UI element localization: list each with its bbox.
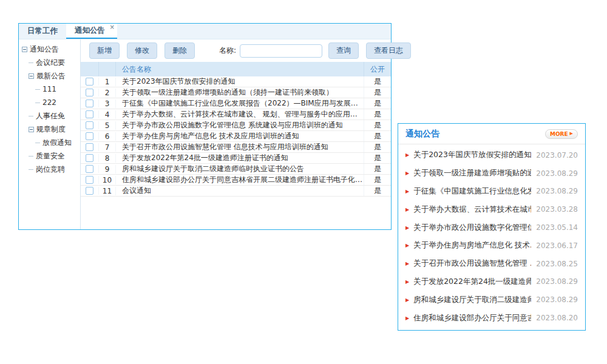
notice-list-item[interactable]: ▶ 关于发放2022年第24批一级建造师... 2023.08.29 [405, 273, 578, 291]
table-row[interactable]: 9 房和城乡建设厅关于取消二级建造师临时执业证书的公告 是 [81, 164, 391, 175]
header-name-cell: 公告名称 [116, 62, 364, 76]
bullet-icon: ▶ [405, 225, 409, 231]
row-checkbox[interactable] [86, 78, 93, 86]
notice-item-date: 2023.05.14 [536, 223, 578, 232]
tree-toggle-icon[interactable] [29, 127, 34, 132]
row-index: 4 [105, 110, 110, 119]
table-row[interactable]: 1 关于2023年国庆节放假安排的通知 是 [81, 76, 391, 87]
announcement-name: 于征集《中国建筑施工行业信息化发展报告（2022）—BIM应用与发展》材料的函 [122, 98, 364, 109]
row-index-cell: 2 [99, 89, 116, 97]
row-checkbox-cell [81, 99, 99, 107]
row-checkbox[interactable] [86, 121, 93, 129]
tree-item[interactable]: 规章制度 [19, 123, 80, 136]
row-checkbox[interactable] [86, 99, 93, 107]
table-row[interactable]: 8 关于发放2022年第24批一级建造师注册证书的通知 是 [81, 153, 391, 164]
tree-item[interactable]: 放假通知 [19, 136, 80, 149]
tree-toggle-icon[interactable] [29, 156, 33, 157]
table-row[interactable]: 10 住房和城乡建设部办公厅关于同意吉林省开展二级建造师注册证书电子化试点的..… [81, 175, 391, 186]
notice-list-item[interactable]: ▶ 关于召开市政公用设施智慧化管理 ... 2023.08.25 [405, 255, 578, 273]
page-canvas: 日常工作 通知公告 × 通知公告 会议纪要 最新公告 111 222 人事任免 [0, 0, 607, 364]
row-checkbox[interactable] [86, 165, 93, 173]
tab-daily-work[interactable]: 日常工作 [19, 24, 66, 39]
notice-list-item[interactable]: ▶ 关于领取一级注册建造师增项贴的通... 2023.08.29 [405, 164, 578, 183]
close-icon[interactable]: × [110, 24, 115, 30]
notice-widget-header: 通知公告 MORE ▶ [398, 124, 585, 144]
row-checkbox[interactable] [86, 89, 93, 96]
tab-notices-label: 通知公告 [75, 25, 105, 36]
tree-toggle-icon[interactable] [29, 73, 34, 79]
notice-list-item[interactable]: ▶ 关于举办大数据、云计算技术在城市... 2023.03.28 [405, 200, 578, 218]
tree-item[interactable]: 最新公告 [19, 69, 80, 83]
row-checkbox[interactable] [86, 154, 93, 162]
row-public-cell: 是 [364, 87, 391, 98]
notice-item-date: 2023.08.29 [536, 295, 578, 304]
tree-item[interactable]: 会议纪要 [19, 56, 80, 69]
row-public-cell: 是 [364, 76, 391, 87]
row-checkbox[interactable] [86, 143, 93, 151]
row-index-cell: 5 [99, 121, 116, 130]
edit-button[interactable]: 修改 [127, 42, 157, 59]
notice-item-date: 2023.07.20 [536, 151, 578, 160]
notice-item-title: 关于领取一级注册建造师增项贴的通... [413, 168, 531, 178]
notice-list-item[interactable]: ▶ 关于2023年国庆节放假安排的通知 2023.07.20 [405, 146, 578, 164]
announcement-name: 关于召开市政公用设施智慧化管理 信息技术与应用培训班的通知 [122, 142, 328, 152]
tab-notices[interactable]: 通知公告 × [66, 24, 117, 39]
delete-button[interactable]: 删除 [164, 42, 195, 59]
notice-list-item[interactable]: ▶ 于征集《中国建筑施工行业信息化发... 2023.08.29 [405, 183, 578, 201]
table-row[interactable]: 11 会议通知 是 [81, 186, 391, 197]
tree-toggle-icon[interactable] [35, 103, 40, 103]
tree-item[interactable]: 岗位竞聘 [19, 163, 80, 176]
notice-widget-title: 通知公告 [405, 129, 439, 140]
add-button[interactable]: 新增 [89, 42, 120, 59]
notice-list-item[interactable]: ▶ 住房和城乡建设部办公厅关于同意吉... 2023.08.20 [405, 309, 578, 327]
public-flag: 是 [374, 87, 381, 98]
tree-item[interactable]: 质量安全 [19, 149, 80, 163]
notice-list-item[interactable]: ▶ 房和城乡建设厅关于取消二级建造师... 2023.08.29 [405, 291, 578, 309]
public-flag: 是 [374, 98, 381, 109]
query-button[interactable]: 查询 [328, 42, 359, 59]
table-row[interactable]: 6 关于举办住房与房地产信息化 技术及应用培训班的通知 是 [81, 131, 391, 142]
row-name-cell: 于征集《中国建筑施工行业信息化发展报告（2022）—BIM应用与发展》材料的函 [116, 98, 364, 109]
tree-item-label: 通知公告 [30, 44, 59, 55]
row-name-cell: 关于领取一级注册建造师增项贴的通知（须持一建证书前来领取） [116, 87, 364, 98]
table-row[interactable]: 7 关于召开市政公用设施智慧化管理 信息技术与应用培训班的通知 是 [81, 142, 391, 153]
tree-toggle-icon[interactable] [22, 47, 27, 52]
header-checkbox-cell [81, 62, 99, 76]
table-row[interactable]: 2 关于领取一级注册建造师增项贴的通知（须持一建证书前来领取） 是 [81, 87, 391, 98]
row-checkbox-cell [81, 187, 99, 195]
public-flag: 是 [374, 120, 381, 130]
table-row[interactable]: 4 关于举办大数据、云计算技术在城市建设、 规划、管理与服务中的应用培训班的..… [81, 109, 391, 120]
row-checkbox[interactable] [86, 176, 93, 184]
notice-list-item[interactable]: ▶ 关于举办市政公用设施数字化管理信... 2023.05.14 [405, 218, 578, 237]
header-public-label: 公开 [370, 64, 385, 75]
bullet-icon: ▶ [405, 152, 409, 158]
tree-toggle-icon[interactable] [29, 169, 33, 170]
notice-list-item[interactable]: ▶ 关于举办住房与房地产信息化 技术... 2023.06.17 [405, 237, 578, 255]
tree-item[interactable]: 222 [19, 96, 80, 109]
row-checkbox[interactable] [86, 187, 93, 195]
public-flag: 是 [374, 153, 381, 163]
view-log-button[interactable]: 查看日志 [366, 42, 411, 59]
tree-toggle-icon[interactable] [29, 62, 33, 63]
tree-toggle-icon[interactable] [35, 89, 40, 90]
row-checkbox[interactable] [86, 110, 93, 118]
row-checkbox-cell [81, 89, 99, 96]
table-row[interactable]: 3 于征集《中国建筑施工行业信息化发展报告（2022）—BIM应用与发展》材料的… [81, 98, 391, 109]
row-checkbox[interactable] [86, 132, 93, 140]
tree-item[interactable]: 人事任免 [19, 109, 80, 123]
tree-item[interactable]: 通知公告 [19, 42, 80, 56]
tree-toggle-icon[interactable] [29, 116, 33, 116]
tab-daily-work-label: 日常工作 [27, 26, 58, 36]
public-flag: 是 [374, 142, 381, 152]
row-public-cell: 是 [364, 131, 391, 141]
row-name-cell: 关于2023年国庆节放假安排的通知 [116, 76, 364, 87]
row-name-cell: 房和城乡建设厅关于取消二级建造师临时执业证书的公告 [116, 164, 364, 174]
tree-toggle-icon[interactable] [35, 143, 40, 143]
tree-item[interactable]: 111 [19, 83, 80, 96]
name-search-input[interactable] [240, 44, 322, 58]
more-button[interactable]: MORE ▶ [545, 129, 578, 139]
row-checkbox-cell [81, 78, 99, 86]
row-checkbox-cell [81, 110, 99, 118]
table-row[interactable]: 5 关于举办市政公用设施数字化管理信息 系统建设与应用培训班的通知 是 [81, 120, 391, 131]
row-index: 2 [105, 89, 110, 97]
